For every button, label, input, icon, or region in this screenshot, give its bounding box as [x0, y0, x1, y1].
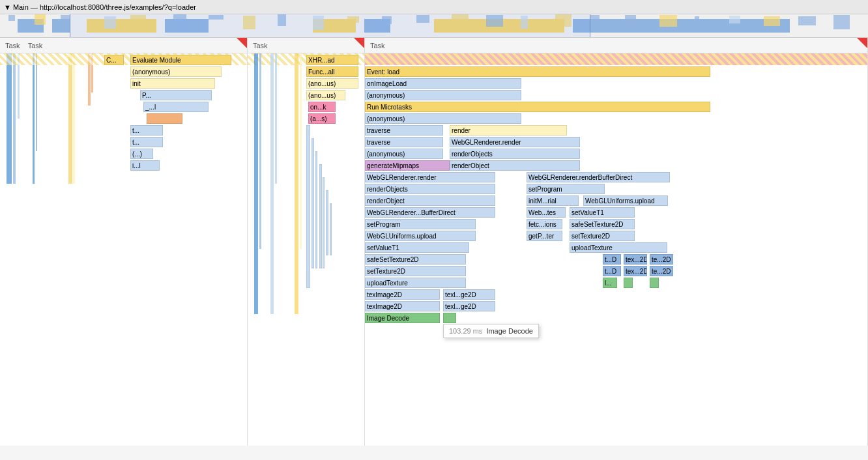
- flame-block[interactable]: t...: [130, 137, 163, 147]
- panel-2-content: XHR...adFunc...all(ano...us)(ano...us)on…: [248, 53, 364, 446]
- flame-block-p3[interactable]: setProgram: [365, 219, 476, 229]
- flame-block[interactable]: Evaluate Module: [130, 55, 231, 65]
- p2-lower: [311, 138, 314, 268]
- minimap-detail: [452, 14, 469, 20]
- flame-block-p3[interactable]: initM...rial: [527, 195, 579, 206]
- p2-lower: [323, 177, 325, 268]
- flame-block[interactable]: P...: [140, 90, 212, 100]
- flame-block-p3[interactable]: texImage2D: [365, 301, 440, 311]
- flame-block[interactable]: [147, 113, 182, 124]
- flame-block-p3[interactable]: Web...tes: [527, 207, 566, 218]
- flame-block-p3[interactable]: traverse: [365, 137, 443, 147]
- flame-block-p3[interactable]: safeSetTexture2D: [570, 219, 635, 229]
- panel-1-content: C...Evaluate Module(anonymous)initP..._.…: [0, 53, 247, 446]
- minimap-strip: [13, 53, 16, 184]
- flame-block-p3[interactable]: generateMipmaps: [365, 160, 450, 171]
- flame-block[interactable]: (a...s): [308, 113, 336, 124]
- flame-block-p3[interactable]: Image Decode: [365, 313, 440, 323]
- p2-lower: [306, 125, 310, 288]
- flame-block-p3[interactable]: onImageLoad: [365, 78, 521, 89]
- p2-strip: [254, 53, 258, 314]
- flame-block-p3[interactable]: (anonymous): [365, 149, 443, 159]
- flame-block[interactable]: (...): [130, 149, 153, 159]
- flame-block[interactable]: init: [130, 78, 215, 89]
- flame-block-p3[interactable]: WebGLRenderer...BufferDirect: [365, 207, 495, 218]
- flame-block-p3[interactable]: texImage2D: [365, 289, 440, 300]
- minimap-block: [165, 19, 209, 33]
- minimap-detail: [35, 14, 46, 25]
- flame-block-p3[interactable]: Run Microtasks: [365, 102, 710, 112]
- flame-block-p3[interactable]: WebGLRenderer.render: [450, 137, 580, 147]
- panel-1: Task Task C...Evaluate Module(anonymous)…: [0, 38, 248, 446]
- flame-block-p3[interactable]: WebGLRenderer.render: [365, 172, 495, 182]
- minimap-strip: [36, 53, 37, 151]
- red-corner-1: [237, 38, 247, 48]
- panel-3-header-label: Task: [370, 42, 385, 50]
- minimap-detail: [659, 15, 677, 27]
- minimap-row[interactable]: [0, 14, 868, 38]
- p2-strip: [259, 53, 261, 249]
- panel-3-header: Task: [365, 38, 867, 53]
- flame-block[interactable]: on...k: [308, 102, 336, 112]
- flame-block-p3[interactable]: [443, 313, 456, 323]
- flame-block-p3[interactable]: getP...ter: [527, 231, 562, 241]
- minimap-detail: [8, 15, 15, 21]
- flame-block-p3[interactable]: tex...2D: [624, 266, 647, 276]
- p2-strip: [300, 53, 302, 249]
- minimap-detail: [209, 15, 224, 20]
- flame-block-p3[interactable]: WebGLUniforms.upload: [365, 231, 476, 241]
- flame-block-p3[interactable]: [650, 278, 659, 288]
- flame-block-p3[interactable]: renderObject: [450, 160, 580, 171]
- flame-block[interactable]: (ano...us): [306, 90, 345, 100]
- flame-block[interactable]: _...l: [143, 102, 209, 112]
- flame-block[interactable]: i...l: [130, 160, 160, 171]
- timeline-container: ▼ Main — http://localhost:8080/three.js/…: [0, 0, 868, 446]
- flame-block-p3[interactable]: (anonymous): [365, 113, 521, 124]
- flame-block-p3[interactable]: setProgram: [527, 184, 605, 194]
- flame-block-p3[interactable]: setValueT1: [365, 242, 469, 253]
- minimap-strip: [68, 53, 72, 184]
- flame-block-p3[interactable]: renderObject: [365, 195, 495, 206]
- flame-block-p3[interactable]: fetc...ions: [527, 219, 562, 229]
- minimap-detail: [764, 16, 779, 27]
- flame-block-p3[interactable]: uploadTexture: [570, 242, 667, 253]
- flame-block[interactable]: C...: [104, 55, 124, 65]
- flame-block-p3[interactable]: safeSetTexture2D: [365, 254, 466, 265]
- flame-block-p3[interactable]: te...2D: [650, 266, 673, 276]
- minimap-strip: [7, 53, 12, 184]
- flame-block-p3[interactable]: traverse: [365, 125, 443, 136]
- hatch-overlay-3: [365, 53, 867, 65]
- flame-block-p3[interactable]: Event: load: [365, 66, 710, 77]
- flame-block-p3[interactable]: texl...ge2D: [443, 289, 495, 300]
- flame-block[interactable]: t...: [130, 125, 163, 136]
- flame-block[interactable]: XHR...ad: [306, 55, 358, 65]
- flame-block-p3[interactable]: renderObjects: [365, 184, 495, 194]
- top-bar-title: ▼ Main — http://localhost:8080/three.js/…: [4, 3, 196, 11]
- top-bar: ▼ Main — http://localhost:8080/three.js/…: [0, 0, 868, 14]
- flame-block-p3[interactable]: WebGLRenderer.renderBufferDirect: [527, 172, 670, 182]
- flame-block-p3[interactable]: (anonymous): [365, 90, 521, 100]
- flame-block[interactable]: (anonymous): [130, 66, 222, 77]
- flame-block-p3[interactable]: renderObjects: [450, 149, 580, 159]
- flame-block-p3[interactable]: [624, 278, 633, 288]
- flame-block-p3[interactable]: texl...ge2D: [443, 301, 495, 311]
- flame-block-p3[interactable]: setValueT1: [570, 207, 635, 218]
- flame-block-p3[interactable]: render: [450, 125, 567, 136]
- flame-block-p3[interactable]: setTexture2D: [570, 231, 635, 241]
- panels-row: Task Task C...Evaluate Module(anonymous)…: [0, 38, 868, 446]
- minimap-detail: [130, 15, 146, 27]
- flame-block-p3[interactable]: tex...2D: [624, 254, 647, 265]
- flame-block-p3[interactable]: t...D: [603, 254, 621, 265]
- flame-block-p3[interactable]: t...D: [603, 266, 621, 276]
- flame-block[interactable]: (ano...us): [306, 78, 358, 89]
- minimap-detail: [382, 16, 392, 24]
- minimap-block: [573, 19, 790, 33]
- flame-block-p3[interactable]: WebGLUniforms.upload: [583, 195, 668, 206]
- flame-block-p3[interactable]: uploadTexture: [365, 278, 466, 288]
- flame-block-p3[interactable]: l...: [603, 278, 617, 288]
- flame-block-p3[interactable]: setTexture2D: [365, 266, 466, 276]
- flame-block[interactable]: Func...all: [306, 66, 358, 77]
- panel-1-header-label: Task Task: [5, 42, 42, 50]
- p2-strip: [295, 53, 298, 314]
- flame-block-p3[interactable]: te...2D: [650, 254, 673, 265]
